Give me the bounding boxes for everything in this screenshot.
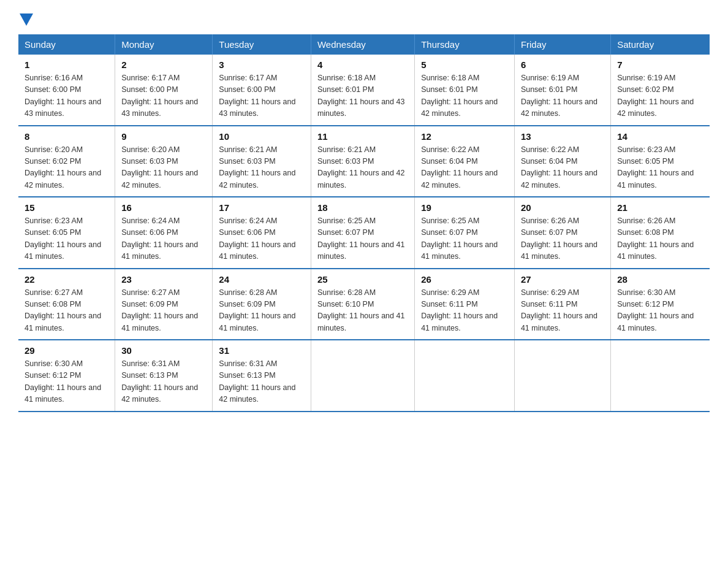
calendar-cell: 2 Sunrise: 6:17 AMSunset: 6:00 PMDayligh… — [115, 55, 213, 126]
day-info: Sunrise: 6:28 AMSunset: 6:10 PMDaylight:… — [317, 287, 408, 335]
day-number: 12 — [421, 131, 508, 142]
calendar-cell — [311, 340, 414, 412]
calendar-cell: 18 Sunrise: 6:25 AMSunset: 6:07 PMDaylig… — [311, 197, 414, 269]
day-number: 17 — [219, 202, 305, 213]
calendar-cell: 25 Sunrise: 6:28 AMSunset: 6:10 PMDaylig… — [311, 269, 414, 340]
calendar-cell: 7 Sunrise: 6:19 AMSunset: 6:02 PMDayligh… — [611, 55, 710, 126]
day-info: Sunrise: 6:29 AMSunset: 6:11 PMDaylight:… — [521, 287, 604, 335]
calendar-cell: 8 Sunrise: 6:20 AMSunset: 6:02 PMDayligh… — [18, 126, 115, 197]
day-info: Sunrise: 6:17 AMSunset: 6:00 PMDaylight:… — [121, 72, 206, 120]
day-number: 10 — [219, 131, 305, 142]
calendar-cell: 23 Sunrise: 6:27 AMSunset: 6:09 PMDaylig… — [115, 269, 213, 340]
calendar-cell — [611, 340, 710, 412]
day-info: Sunrise: 6:22 AMSunset: 6:04 PMDaylight:… — [521, 144, 604, 192]
day-info: Sunrise: 6:18 AMSunset: 6:01 PMDaylight:… — [317, 72, 408, 120]
header-day-wednesday: Wednesday — [311, 34, 414, 55]
calendar-cell: 21 Sunrise: 6:26 AMSunset: 6:08 PMDaylig… — [611, 197, 710, 269]
header-row: SundayMondayTuesdayWednesdayThursdayFrid… — [18, 34, 710, 55]
day-info: Sunrise: 6:27 AMSunset: 6:08 PMDaylight:… — [25, 287, 108, 335]
day-info: Sunrise: 6:21 AMSunset: 6:03 PMDaylight:… — [219, 144, 305, 192]
calendar-cell: 11 Sunrise: 6:21 AMSunset: 6:03 PMDaylig… — [311, 126, 414, 197]
calendar-table: SundayMondayTuesdayWednesdayThursdayFrid… — [18, 34, 710, 412]
day-number: 22 — [25, 274, 108, 285]
calendar-cell: 28 Sunrise: 6:30 AMSunset: 6:12 PMDaylig… — [611, 269, 710, 340]
day-info: Sunrise: 6:26 AMSunset: 6:07 PMDaylight:… — [521, 215, 604, 263]
logo — [18, 12, 33, 23]
day-number: 9 — [121, 131, 206, 142]
header-day-friday: Friday — [514, 34, 610, 55]
calendar-cell: 31 Sunrise: 6:31 AMSunset: 6:13 PMDaylig… — [213, 340, 311, 412]
calendar-header: SundayMondayTuesdayWednesdayThursdayFrid… — [18, 34, 710, 55]
day-number: 24 — [219, 274, 305, 285]
day-info: Sunrise: 6:24 AMSunset: 6:06 PMDaylight:… — [219, 215, 305, 263]
calendar-cell: 4 Sunrise: 6:18 AMSunset: 6:01 PMDayligh… — [311, 55, 414, 126]
calendar-cell: 22 Sunrise: 6:27 AMSunset: 6:08 PMDaylig… — [18, 269, 115, 340]
svg-marker-0 — [20, 13, 33, 26]
header-day-thursday: Thursday — [415, 34, 515, 55]
day-info: Sunrise: 6:26 AMSunset: 6:08 PMDaylight:… — [617, 215, 703, 263]
day-number: 16 — [121, 202, 206, 213]
day-info: Sunrise: 6:23 AMSunset: 6:05 PMDaylight:… — [617, 144, 703, 192]
calendar-body: 1 Sunrise: 6:16 AMSunset: 6:00 PMDayligh… — [18, 55, 710, 412]
week-row-5: 29 Sunrise: 6:30 AMSunset: 6:12 PMDaylig… — [18, 340, 710, 412]
calendar-cell: 17 Sunrise: 6:24 AMSunset: 6:06 PMDaylig… — [213, 197, 311, 269]
day-number: 31 — [219, 345, 305, 356]
day-number: 18 — [317, 202, 408, 213]
header-day-tuesday: Tuesday — [213, 34, 311, 55]
day-number: 3 — [219, 59, 305, 70]
day-info: Sunrise: 6:31 AMSunset: 6:13 PMDaylight:… — [121, 358, 206, 406]
day-number: 14 — [617, 131, 703, 142]
week-row-4: 22 Sunrise: 6:27 AMSunset: 6:08 PMDaylig… — [18, 269, 710, 340]
day-info: Sunrise: 6:29 AMSunset: 6:11 PMDaylight:… — [421, 287, 508, 335]
calendar-cell: 20 Sunrise: 6:26 AMSunset: 6:07 PMDaylig… — [514, 197, 610, 269]
calendar-cell: 14 Sunrise: 6:23 AMSunset: 6:05 PMDaylig… — [611, 126, 710, 197]
day-number: 20 — [521, 202, 604, 213]
day-number: 1 — [25, 59, 108, 70]
day-info: Sunrise: 6:22 AMSunset: 6:04 PMDaylight:… — [421, 144, 508, 192]
week-row-2: 8 Sunrise: 6:20 AMSunset: 6:02 PMDayligh… — [18, 126, 710, 197]
day-number: 4 — [317, 59, 408, 70]
day-number: 13 — [521, 131, 604, 142]
calendar-cell: 26 Sunrise: 6:29 AMSunset: 6:11 PMDaylig… — [415, 269, 515, 340]
day-number: 8 — [25, 131, 108, 142]
calendar-cell: 12 Sunrise: 6:22 AMSunset: 6:04 PMDaylig… — [415, 126, 515, 197]
day-number: 30 — [121, 345, 206, 356]
calendar-cell — [415, 340, 515, 412]
header-day-sunday: Sunday — [18, 34, 115, 55]
day-number: 25 — [317, 274, 408, 285]
calendar-cell: 30 Sunrise: 6:31 AMSunset: 6:13 PMDaylig… — [115, 340, 213, 412]
calendar-cell: 3 Sunrise: 6:17 AMSunset: 6:00 PMDayligh… — [213, 55, 311, 126]
calendar-cell: 6 Sunrise: 6:19 AMSunset: 6:01 PMDayligh… — [514, 55, 610, 126]
day-info: Sunrise: 6:31 AMSunset: 6:13 PMDaylight:… — [219, 358, 305, 406]
calendar-cell: 29 Sunrise: 6:30 AMSunset: 6:12 PMDaylig… — [18, 340, 115, 412]
calendar-cell: 10 Sunrise: 6:21 AMSunset: 6:03 PMDaylig… — [213, 126, 311, 197]
logo-triangle-icon — [20, 13, 33, 26]
day-number: 6 — [521, 59, 604, 70]
week-row-3: 15 Sunrise: 6:23 AMSunset: 6:05 PMDaylig… — [18, 197, 710, 269]
day-info: Sunrise: 6:24 AMSunset: 6:06 PMDaylight:… — [121, 215, 206, 263]
day-info: Sunrise: 6:20 AMSunset: 6:02 PMDaylight:… — [25, 144, 108, 192]
calendar-cell — [514, 340, 610, 412]
calendar-cell: 9 Sunrise: 6:20 AMSunset: 6:03 PMDayligh… — [115, 126, 213, 197]
calendar-cell: 1 Sunrise: 6:16 AMSunset: 6:00 PMDayligh… — [18, 55, 115, 126]
day-number: 5 — [421, 59, 508, 70]
calendar-cell: 24 Sunrise: 6:28 AMSunset: 6:09 PMDaylig… — [213, 269, 311, 340]
day-info: Sunrise: 6:27 AMSunset: 6:09 PMDaylight:… — [121, 287, 206, 335]
day-info: Sunrise: 6:25 AMSunset: 6:07 PMDaylight:… — [421, 215, 508, 263]
day-info: Sunrise: 6:19 AMSunset: 6:02 PMDaylight:… — [617, 72, 703, 120]
calendar-cell: 19 Sunrise: 6:25 AMSunset: 6:07 PMDaylig… — [415, 197, 515, 269]
day-number: 27 — [521, 274, 604, 285]
day-number: 23 — [121, 274, 206, 285]
day-info: Sunrise: 6:19 AMSunset: 6:01 PMDaylight:… — [521, 72, 604, 120]
calendar-cell: 27 Sunrise: 6:29 AMSunset: 6:11 PMDaylig… — [514, 269, 610, 340]
day-number: 11 — [317, 131, 408, 142]
day-number: 28 — [617, 274, 703, 285]
day-info: Sunrise: 6:20 AMSunset: 6:03 PMDaylight:… — [121, 144, 206, 192]
day-number: 21 — [617, 202, 703, 213]
day-number: 19 — [421, 202, 508, 213]
page-header — [18, 12, 710, 23]
day-info: Sunrise: 6:23 AMSunset: 6:05 PMDaylight:… — [25, 215, 108, 263]
calendar-cell: 15 Sunrise: 6:23 AMSunset: 6:05 PMDaylig… — [18, 197, 115, 269]
day-info: Sunrise: 6:28 AMSunset: 6:09 PMDaylight:… — [219, 287, 305, 335]
day-number: 26 — [421, 274, 508, 285]
